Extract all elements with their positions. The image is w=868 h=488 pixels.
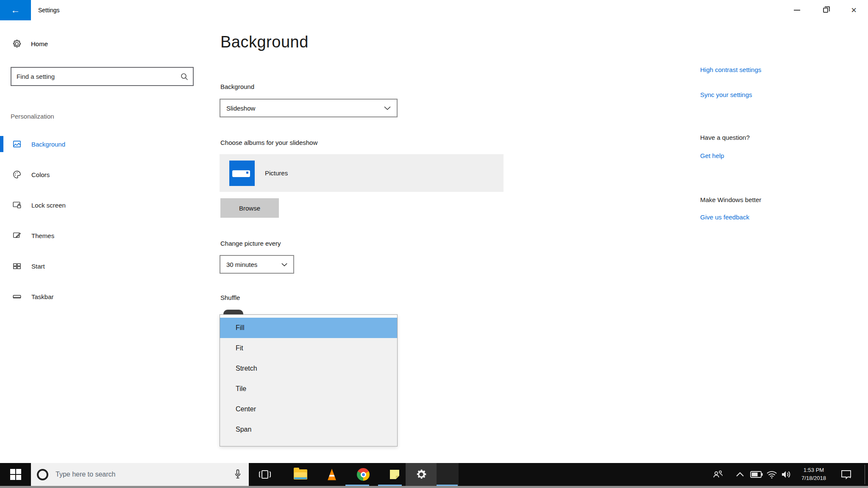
settings-search-box	[11, 67, 194, 86]
chrome-button[interactable]	[348, 463, 379, 486]
sidebar-item-label: Taskbar	[31, 293, 54, 300]
dropdown-top-strip	[220, 315, 397, 318]
change-interval-value: 30 minutes	[226, 261, 257, 268]
fit-option-span[interactable]: Span	[220, 419, 397, 440]
back-arrow-icon: ←	[11, 5, 20, 16]
close-button[interactable]: ✕	[840, 0, 868, 20]
sticky-notes-icon	[389, 469, 401, 480]
volume-icon[interactable]	[781, 463, 792, 486]
file-explorer-button[interactable]	[285, 463, 316, 486]
back-button[interactable]: ←	[0, 0, 31, 20]
taskbar-clock[interactable]: 1:53 PM 7/18/2018	[796, 463, 832, 486]
lock-screen-icon	[12, 200, 22, 210]
taskbar-search-input[interactable]	[56, 471, 217, 478]
wifi-icon[interactable]	[766, 463, 777, 486]
titlebar: ← Settings ✕	[0, 0, 868, 20]
get-help-link[interactable]: Get help	[700, 152, 724, 159]
file-explorer-icon	[294, 469, 307, 480]
pictures-album-icon	[229, 161, 255, 186]
sidebar-item-colors[interactable]: Colors	[0, 164, 208, 185]
tray-date: 7/18/2018	[801, 474, 826, 482]
background-type-select[interactable]: Slideshow	[220, 99, 398, 117]
minimize-icon	[794, 10, 800, 11]
change-picture-label: Change picture every	[220, 240, 281, 247]
fit-option-tile[interactable]: Tile	[220, 379, 397, 399]
tray-time: 1:53 PM	[804, 466, 824, 474]
give-feedback-link[interactable]: Give us feedback	[700, 214, 749, 221]
chevron-down-icon	[281, 263, 287, 266]
settings-search-input[interactable]	[11, 68, 193, 85]
high-contrast-link[interactable]: High contrast settings	[700, 66, 761, 73]
fit-dropdown-list: Fill Fit Stretch Tile Center Span	[220, 314, 398, 446]
taskbar-search[interactable]	[31, 463, 249, 486]
selected-accent-bar	[0, 136, 3, 152]
have-question-title: Have a question?	[700, 134, 750, 141]
sidebar-item-taskbar[interactable]: Taskbar	[0, 286, 208, 307]
window-title: Settings	[38, 0, 60, 20]
window-controls: ✕	[783, 0, 868, 20]
background-type-value: Slideshow	[226, 105, 255, 112]
sidebar-item-label: Lock screen	[31, 202, 66, 209]
palette-icon	[12, 169, 22, 180]
chrome-icon	[357, 468, 370, 481]
vlc-button[interactable]	[316, 463, 348, 486]
screen-bottom-strip	[0, 486, 868, 488]
sidebar-section-label: Personalization	[11, 113, 54, 120]
shuffle-label: Shuffle	[220, 294, 240, 301]
fit-option-stretch[interactable]: Stretch	[220, 358, 397, 379]
background-field-label: Background	[220, 83, 254, 90]
task-view-icon	[258, 469, 272, 480]
taskbar-icon	[12, 291, 22, 302]
minimize-button[interactable]	[783, 0, 811, 20]
show-desktop-button[interactable]	[865, 465, 865, 484]
fit-option-center[interactable]: Center	[220, 399, 397, 419]
sync-settings-link[interactable]: Sync your settings	[700, 91, 752, 98]
microphone-icon[interactable]	[233, 469, 243, 480]
themes-icon	[12, 230, 22, 241]
windows-logo-icon	[10, 469, 21, 480]
sidebar-item-label: Colors	[31, 171, 50, 178]
windows-taskbar: 1:53 PM 7/18/2018	[0, 463, 868, 486]
cortana-icon	[37, 469, 48, 480]
task-view-button[interactable]	[254, 463, 275, 486]
sidebar-item-home[interactable]: Home	[12, 39, 48, 49]
hidden-icons-chevron[interactable]	[736, 463, 744, 486]
vlc-icon	[326, 469, 337, 480]
chevron-down-icon	[384, 106, 391, 110]
fit-option-fill[interactable]: Fill	[220, 318, 397, 338]
sidebar-item-background[interactable]: Background	[0, 134, 208, 154]
sidebar-home-label: Home	[31, 40, 48, 47]
settings-sidebar: Home Personalization Background Colors L…	[0, 20, 208, 463]
browse-button[interactable]: Browse	[220, 198, 279, 218]
restore-icon	[823, 8, 828, 13]
sidebar-item-label: Themes	[31, 232, 54, 239]
battery-icon[interactable]	[750, 463, 763, 486]
restore-button[interactable]	[811, 0, 840, 20]
action-center-icon[interactable]	[840, 463, 853, 486]
sidebar-item-start[interactable]: Start	[0, 256, 208, 276]
make-windows-better-title: Make Windows better	[700, 196, 761, 203]
gear-icon	[12, 39, 22, 49]
page-title: Background	[220, 33, 309, 51]
start-tiles-icon	[12, 261, 22, 271]
shuffle-toggle[interactable]	[223, 310, 243, 314]
settings-gear-icon	[415, 468, 428, 481]
image-icon	[12, 139, 22, 149]
sidebar-item-label: Start	[31, 263, 45, 270]
album-name: Pictures	[265, 169, 288, 177]
people-tray-icon[interactable]	[712, 463, 724, 486]
dropdown-bottom-pad	[220, 440, 397, 446]
browse-button-label: Browse	[239, 205, 260, 212]
search-icon	[180, 72, 189, 81]
album-row-pictures[interactable]: Pictures	[220, 154, 504, 192]
running-app-button[interactable]	[437, 463, 459, 486]
sidebar-item-lock-screen[interactable]: Lock screen	[0, 195, 208, 215]
close-icon: ✕	[851, 7, 857, 14]
albums-label: Choose albums for your slideshow	[220, 139, 317, 146]
sidebar-item-themes[interactable]: Themes	[0, 225, 208, 246]
fit-option-fit[interactable]: Fit	[220, 338, 397, 358]
start-button[interactable]	[0, 463, 31, 486]
sidebar-item-label: Background	[31, 141, 65, 148]
change-interval-select[interactable]: 30 minutes	[220, 255, 294, 274]
settings-taskbar-button[interactable]	[406, 463, 437, 486]
